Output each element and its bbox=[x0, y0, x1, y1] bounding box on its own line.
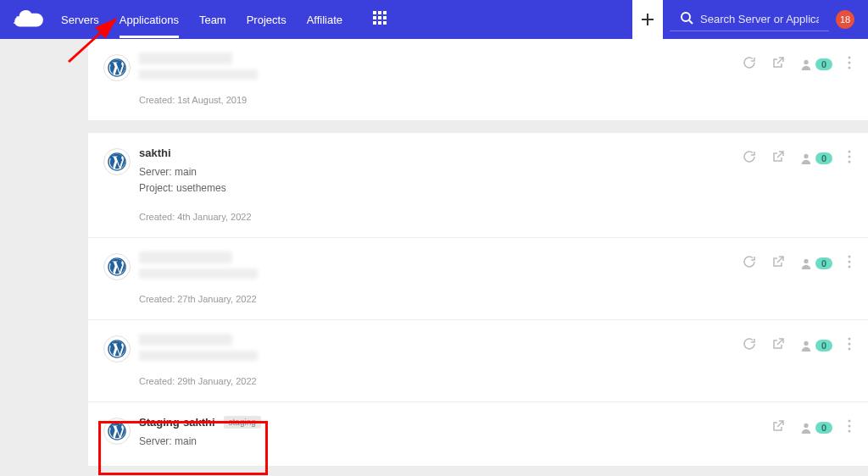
more-icon[interactable] bbox=[848, 419, 851, 436]
app-actions: 0 bbox=[743, 337, 851, 354]
svg-rect-5 bbox=[383, 16, 387, 19]
app-actions: 0 bbox=[743, 150, 851, 167]
svg-rect-3 bbox=[373, 16, 376, 19]
external-link-icon[interactable] bbox=[771, 150, 785, 167]
svg-rect-7 bbox=[378, 21, 381, 25]
app-title: Staging-sakthi bbox=[139, 416, 215, 429]
user-badge[interactable]: 0 bbox=[800, 340, 832, 351]
app-card[interactable]: Created: 1st August, 2019 0 bbox=[88, 39, 868, 120]
svg-point-23 bbox=[849, 261, 851, 263]
svg-rect-0 bbox=[373, 11, 376, 14]
main-nav: Servers Applications Team Projects Affil… bbox=[61, 2, 387, 38]
wordpress-icon bbox=[103, 148, 131, 175]
svg-point-24 bbox=[849, 266, 851, 268]
svg-point-34 bbox=[849, 430, 851, 433]
app-actions: 0 bbox=[771, 419, 851, 436]
user-count: 0 bbox=[815, 58, 832, 70]
svg-point-32 bbox=[849, 420, 851, 423]
svg-point-17 bbox=[849, 151, 851, 153]
svg-point-22 bbox=[849, 256, 851, 258]
svg-point-33 bbox=[849, 425, 851, 428]
svg-rect-2 bbox=[383, 11, 387, 14]
app-created: Created: 27th January, 2022 bbox=[139, 294, 851, 304]
svg-point-18 bbox=[849, 156, 851, 158]
user-count: 0 bbox=[815, 340, 832, 351]
app-meta bbox=[139, 351, 258, 361]
logo[interactable] bbox=[14, 9, 44, 30]
refresh-icon[interactable] bbox=[743, 56, 756, 73]
nav-affiliate[interactable]: Affiliate bbox=[307, 2, 342, 38]
svg-point-26 bbox=[804, 341, 808, 346]
app-card[interactable]: sakthi Server: main Project: usethemes C… bbox=[88, 132, 868, 237]
wordpress-icon bbox=[103, 253, 131, 280]
svg-rect-4 bbox=[378, 16, 381, 19]
user-badge[interactable]: 0 bbox=[800, 58, 832, 70]
app-meta bbox=[139, 69, 258, 80]
svg-point-19 bbox=[849, 161, 851, 163]
svg-point-12 bbox=[849, 57, 851, 59]
external-link-icon[interactable] bbox=[771, 56, 785, 73]
refresh-icon[interactable] bbox=[743, 337, 756, 354]
svg-point-31 bbox=[804, 423, 808, 428]
svg-rect-1 bbox=[378, 11, 381, 14]
wordpress-icon bbox=[103, 335, 131, 363]
svg-point-9 bbox=[682, 13, 690, 21]
notifications-badge[interactable]: 18 bbox=[836, 10, 854, 29]
more-icon[interactable] bbox=[848, 255, 851, 272]
svg-point-29 bbox=[849, 348, 851, 351]
search-container bbox=[670, 8, 829, 31]
user-count: 0 bbox=[815, 257, 832, 269]
external-link-icon[interactable] bbox=[771, 419, 785, 436]
user-count: 0 bbox=[815, 422, 832, 434]
svg-point-27 bbox=[849, 338, 851, 340]
user-badge[interactable]: 0 bbox=[800, 152, 832, 164]
more-icon[interactable] bbox=[848, 337, 851, 354]
app-title bbox=[139, 252, 232, 263]
user-badge[interactable]: 0 bbox=[800, 257, 832, 269]
wordpress-icon bbox=[103, 418, 131, 445]
app-created: Created: 4th January, 2022 bbox=[139, 212, 851, 222]
nav-team[interactable]: Team bbox=[199, 2, 226, 38]
svg-point-11 bbox=[804, 60, 808, 64]
external-link-icon[interactable] bbox=[771, 255, 785, 272]
apps-grid-icon[interactable] bbox=[373, 11, 387, 28]
svg-rect-6 bbox=[373, 21, 376, 25]
staging-tag: staging bbox=[224, 416, 261, 429]
app-actions: 0 bbox=[743, 255, 851, 272]
add-button[interactable] bbox=[632, 0, 663, 39]
more-icon[interactable] bbox=[848, 150, 851, 167]
svg-point-13 bbox=[849, 62, 851, 64]
svg-point-16 bbox=[804, 154, 808, 158]
app-created: Created: 29th January, 2022 bbox=[139, 376, 851, 386]
more-icon[interactable] bbox=[848, 56, 851, 73]
search-icon bbox=[680, 11, 693, 28]
app-card[interactable]: Staging-sakthi staging Server: main 0 bbox=[88, 401, 868, 465]
app-meta bbox=[139, 268, 258, 279]
nav-projects[interactable]: Projects bbox=[247, 2, 287, 38]
svg-point-28 bbox=[849, 343, 851, 346]
svg-point-21 bbox=[804, 259, 808, 263]
app-project: Project: usethemes bbox=[139, 180, 851, 196]
user-count: 0 bbox=[815, 152, 832, 164]
app-list: Created: 1st August, 2019 0 sakthi Serve… bbox=[0, 39, 868, 466]
refresh-icon[interactable] bbox=[743, 255, 756, 272]
search-input[interactable] bbox=[700, 8, 819, 30]
app-title bbox=[139, 334, 232, 346]
app-title bbox=[139, 53, 232, 64]
refresh-icon[interactable] bbox=[743, 150, 756, 167]
header-right: 18 bbox=[632, 0, 854, 39]
app-card[interactable]: Created: 29th January, 2022 0 bbox=[88, 319, 868, 401]
app-created: Created: 1st August, 2019 bbox=[139, 95, 851, 105]
svg-rect-8 bbox=[383, 21, 387, 25]
app-actions: 0 bbox=[743, 56, 851, 73]
app-title: sakthi bbox=[139, 147, 171, 159]
user-badge[interactable]: 0 bbox=[800, 422, 832, 434]
wordpress-icon bbox=[103, 54, 131, 81]
top-header: Servers Applications Team Projects Affil… bbox=[0, 0, 868, 39]
nav-applications[interactable]: Applications bbox=[120, 2, 179, 38]
svg-point-14 bbox=[849, 67, 851, 69]
app-server: Server: main bbox=[139, 434, 851, 450]
app-card[interactable]: Created: 27th January, 2022 0 bbox=[88, 237, 868, 319]
nav-servers[interactable]: Servers bbox=[61, 2, 99, 38]
external-link-icon[interactable] bbox=[771, 337, 785, 354]
